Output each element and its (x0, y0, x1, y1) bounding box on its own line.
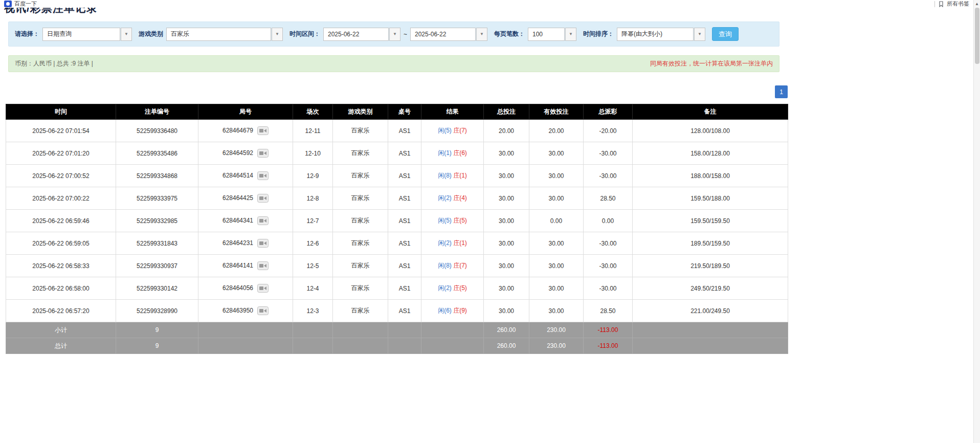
bet-id: 522599330142 (116, 277, 198, 300)
round-video-icon[interactable] (257, 261, 269, 270)
column-header: 注单编号 (116, 104, 198, 120)
total-bet-link[interactable]: 20.00 (484, 120, 529, 142)
total-bet-link[interactable]: 30.00 (484, 277, 529, 300)
game-category: 百家乐 (333, 255, 388, 277)
banker-result: 庄(7) (453, 262, 467, 269)
per-page-value[interactable]: 100 (528, 28, 565, 41)
chevron-down-icon[interactable]: ▼ (476, 28, 487, 41)
banker-result: 庄(4) (453, 194, 467, 202)
game-category: 百家乐 (333, 300, 388, 322)
payout: -30.00 (584, 232, 633, 255)
query-type-value[interactable]: 日期查询 (42, 28, 120, 41)
total-bet-link[interactable]: 30.00 (484, 300, 529, 322)
game-category-select[interactable]: 百家乐 ▼ (166, 28, 283, 41)
sort-order-select[interactable]: 降幂(由大到小) ▼ (617, 28, 705, 41)
filter-bar: 请选择： 日期查询 ▼ 游戏类别 百家乐 ▼ 时间区间： 2025-06-22 … (8, 21, 779, 47)
round-id: 628464141 (222, 262, 253, 269)
round-video-icon[interactable] (257, 194, 269, 203)
payout: -30.00 (584, 142, 633, 165)
round-cell: 628464592 (198, 142, 293, 165)
table-row: 2025-06-22 06:59:05 522599331843 6284642… (6, 232, 788, 255)
round-id: 628464056 (222, 284, 253, 292)
total-bet-link[interactable]: 30.00 (484, 232, 529, 255)
valid-bet: 30.00 (529, 277, 584, 300)
total-bet-link[interactable]: 30.00 (484, 187, 529, 210)
table-number: AS1 (388, 255, 421, 277)
game-category-value[interactable]: 百家乐 (166, 28, 271, 41)
bet-time: 2025-06-22 06:57:20 (6, 300, 116, 322)
chevron-down-icon[interactable]: ▼ (121, 28, 132, 41)
table-row: 2025-06-22 07:00:52 522599334868 6284645… (6, 165, 788, 187)
bet-time: 2025-06-22 06:58:33 (6, 255, 116, 277)
result-cell: 闲(8) 庄(1) (421, 165, 484, 187)
note: 221.00/249.50 (633, 300, 788, 322)
date-to-value[interactable]: 2025-06-22 (410, 28, 476, 41)
result-cell: 闲(8) 庄(7) (421, 255, 484, 277)
round-cell: 628464679 (198, 120, 293, 142)
range-separator: ~ (404, 31, 407, 38)
search-button[interactable]: 查询 (712, 27, 739, 41)
round-video-icon[interactable] (257, 239, 269, 248)
bet-time: 2025-06-22 07:00:52 (6, 165, 116, 187)
query-type-select[interactable]: 日期查询 ▼ (42, 28, 132, 41)
bet-id: 522599333975 (116, 187, 198, 210)
total-bet-link[interactable]: 30.00 (484, 255, 529, 277)
round-video-icon[interactable] (257, 149, 269, 158)
scrollbar-thumb[interactable] (975, 8, 979, 64)
bookmark-item-baidu[interactable]: 百度一下 (0, 0, 37, 8)
bet-time: 2025-06-22 07:00:22 (6, 187, 116, 210)
pagination: 1 (775, 85, 788, 98)
valid-bet: 30.00 (529, 255, 584, 277)
summary-bar: 币别：人民币 | 总共 :9 注单 | 同局有效投注，统一计算在该局第一张注单内 (8, 55, 779, 72)
note: 189.50/159.50 (633, 232, 788, 255)
column-header: 总投注 (484, 104, 529, 120)
total-bet-link[interactable]: 30.00 (484, 210, 529, 232)
player-result: 闲(5) (438, 127, 452, 134)
chevron-down-icon[interactable]: ▼ (389, 28, 400, 41)
payout: 28.50 (584, 300, 633, 322)
date-from-select[interactable]: 2025-06-22 ▼ (323, 28, 400, 41)
all-bookmarks-button[interactable]: 所有书签 (938, 0, 969, 8)
round-video-icon[interactable] (257, 171, 269, 180)
per-page-select[interactable]: 100 ▼ (528, 28, 576, 41)
all-bookmarks-label: 所有书签 (947, 0, 969, 8)
result-cell: 闲(2) 庄(4) (421, 187, 484, 210)
session-number: 12-9 (293, 165, 333, 187)
banker-result: 庄(5) (453, 284, 467, 292)
round-video-icon[interactable] (257, 216, 269, 225)
table-number: AS1 (388, 277, 421, 300)
date-from-value[interactable]: 2025-06-22 (323, 28, 389, 41)
table-number: AS1 (388, 210, 421, 232)
total-bet-link[interactable]: 30.00 (484, 165, 529, 187)
sort-order-value[interactable]: 降幂(由大到小) (617, 28, 694, 41)
page-button-1[interactable]: 1 (775, 85, 788, 98)
payout: -30.00 (584, 165, 633, 187)
chevron-down-icon[interactable]: ▼ (272, 28, 283, 41)
bet-time: 2025-06-22 07:01:20 (6, 142, 116, 165)
round-video-icon[interactable] (257, 126, 269, 135)
round-cell: 628464425 (198, 187, 293, 210)
date-to-select[interactable]: 2025-06-22 ▼ (410, 28, 487, 41)
scroll-up-arrow-icon[interactable]: ▲ (974, 0, 980, 7)
game-category: 百家乐 (333, 232, 388, 255)
round-video-icon[interactable] (257, 284, 269, 293)
player-result: 闲(5) (438, 217, 452, 224)
player-result: 闲(2) (438, 284, 452, 292)
vertical-scrollbar[interactable]: ▲ (973, 0, 980, 443)
payout: 28.50 (584, 187, 633, 210)
chevron-down-icon[interactable]: ▼ (565, 28, 576, 41)
round-video-icon[interactable] (257, 306, 269, 315)
total-payout: -113.00 (584, 338, 633, 354)
bet-records-table: 时间注单编号局号场次游戏类别桌号结果总投注有效投注总派彩备注 2025-06-2… (6, 104, 788, 354)
total-bet-link[interactable]: 30.00 (484, 142, 529, 165)
valid-bet: 30.00 (529, 165, 584, 187)
bet-time: 2025-06-22 06:59:05 (6, 232, 116, 255)
valid-bet: 20.00 (529, 120, 584, 142)
total-row: 总计 9 260.00 230.00 -113.00 (6, 338, 788, 354)
table-header-row: 时间注单编号局号场次游戏类别桌号结果总投注有效投注总派彩备注 (6, 104, 788, 120)
valid-bet: 0.00 (529, 210, 584, 232)
round-cell: 628464231 (198, 232, 293, 255)
summary-right-note: 同局有效投注，统一计算在该局第一张注单内 (650, 59, 773, 68)
round-id: 628464425 (222, 194, 253, 202)
chevron-down-icon[interactable]: ▼ (694, 28, 705, 41)
